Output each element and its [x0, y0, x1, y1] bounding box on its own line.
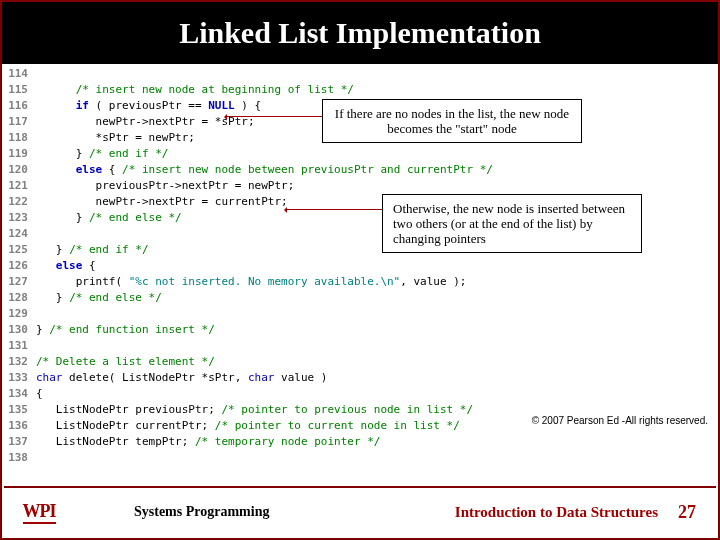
- code-line: 120 else { /* insert new node between pr…: [2, 162, 718, 178]
- code-line: 130} /* end function insert */: [2, 322, 718, 338]
- code-text: ListNodePtr previousPtr; /* pointer to p…: [36, 402, 473, 418]
- line-number: 127: [2, 274, 36, 290]
- code-line: 127 printf( "%c not inserted. No memory …: [2, 274, 718, 290]
- code-line: 119 } /* end if */: [2, 146, 718, 162]
- line-number: 128: [2, 290, 36, 306]
- footer: WPI Systems Programming Introduction to …: [4, 486, 716, 536]
- line-number: 130: [2, 322, 36, 338]
- line-number: 138: [2, 450, 36, 466]
- arrow-icon: [227, 116, 322, 117]
- line-number: 116: [2, 98, 36, 114]
- code-text: {: [36, 386, 43, 402]
- code-text: *sPtr = newPtr;: [36, 130, 195, 146]
- code-text: } /* end else */: [36, 290, 162, 306]
- logo: WPI: [4, 501, 74, 524]
- line-number: 115: [2, 82, 36, 98]
- code-line: 133char delete( ListNodePtr *sPtr, char …: [2, 370, 718, 386]
- code-text: previousPtr->nextPtr = newPtr;: [36, 178, 294, 194]
- code-text: } /* end if */: [36, 242, 149, 258]
- code-line: 121 previousPtr->nextPtr = newPtr;: [2, 178, 718, 194]
- code-line: 114: [2, 66, 718, 82]
- line-number: 135: [2, 402, 36, 418]
- line-number: 137: [2, 434, 36, 450]
- slide: Linked List Implementation If there are …: [0, 0, 720, 540]
- line-number: 121: [2, 178, 36, 194]
- code-line: 132/* Delete a list element */: [2, 354, 718, 370]
- line-number: 132: [2, 354, 36, 370]
- line-number: 118: [2, 130, 36, 146]
- line-number: 126: [2, 258, 36, 274]
- code-line: 131: [2, 338, 718, 354]
- line-number: 129: [2, 306, 36, 322]
- arrow-icon: [287, 209, 382, 210]
- line-number: 134: [2, 386, 36, 402]
- page-number: 27: [678, 502, 696, 523]
- footer-left: Systems Programming: [134, 504, 269, 520]
- line-number: 136: [2, 418, 36, 434]
- line-number: 124: [2, 226, 36, 242]
- code-text: } /* end else */: [36, 210, 182, 226]
- code-line: 137 ListNodePtr tempPtr; /* temporary no…: [2, 434, 718, 450]
- callout-no-nodes: If there are no nodes in the list, the n…: [322, 99, 582, 143]
- code-text: printf( "%c not inserted. No memory avai…: [36, 274, 466, 290]
- line-number: 131: [2, 338, 36, 354]
- code-line: 138: [2, 450, 718, 466]
- code-text: else {: [36, 258, 96, 274]
- code-line: 128 } /* end else */: [2, 290, 718, 306]
- code-text: newPtr->nextPtr = currentPtr;: [36, 194, 288, 210]
- title-bar: Linked List Implementation: [2, 2, 718, 64]
- code-text: /* Delete a list element */: [36, 354, 215, 370]
- code-text: ListNodePtr currentPtr; /* pointer to cu…: [36, 418, 460, 434]
- footer-right: Introduction to Data Structures: [455, 504, 658, 521]
- line-number: 117: [2, 114, 36, 130]
- code-text: char delete( ListNodePtr *sPtr, char val…: [36, 370, 327, 386]
- line-number: 114: [2, 66, 36, 82]
- code-text: } /* end function insert */: [36, 322, 215, 338]
- logo-text: WPI: [23, 501, 56, 524]
- line-number: 123: [2, 210, 36, 226]
- code-text: /* insert new node at beginning of list …: [36, 82, 354, 98]
- callout-otherwise: Otherwise, the new node is inserted betw…: [382, 194, 642, 253]
- code-area: If there are no nodes in the list, the n…: [2, 64, 718, 484]
- code-text: } /* end if */: [36, 146, 168, 162]
- code-text: else { /* insert new node between previo…: [36, 162, 493, 178]
- copyright-text: © 2007 Pearson Ed -All rights reserved.: [532, 415, 708, 426]
- code-line: 126 else {: [2, 258, 718, 274]
- code-line: 134{: [2, 386, 718, 402]
- code-line: 115 /* insert new node at beginning of l…: [2, 82, 718, 98]
- line-number: 125: [2, 242, 36, 258]
- code-text: ListNodePtr tempPtr; /* temporary node p…: [36, 434, 380, 450]
- line-number: 120: [2, 162, 36, 178]
- code-line: 129: [2, 306, 718, 322]
- line-number: 133: [2, 370, 36, 386]
- page-title: Linked List Implementation: [179, 16, 541, 50]
- line-number: 122: [2, 194, 36, 210]
- code-text: if ( previousPtr == NULL ) {: [36, 98, 261, 114]
- line-number: 119: [2, 146, 36, 162]
